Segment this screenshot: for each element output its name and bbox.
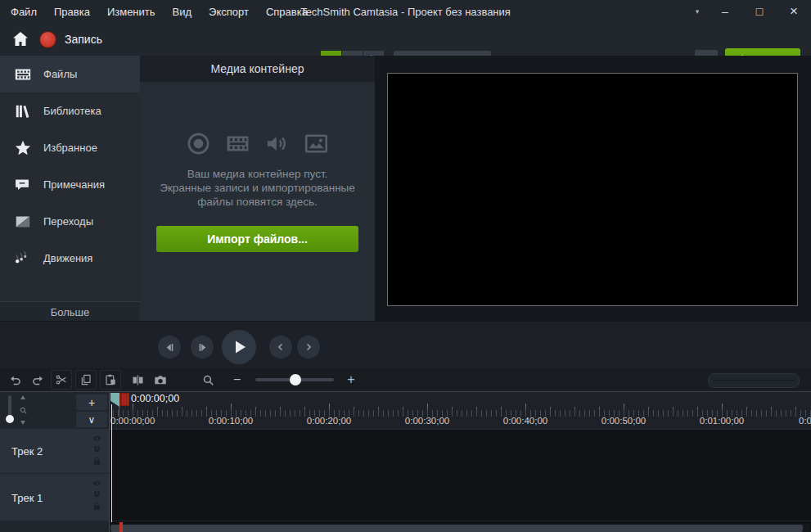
play-button[interactable] <box>222 330 256 364</box>
sidebar-item-annotations[interactable]: Примечания <box>0 166 140 203</box>
track-2-icons <box>92 433 102 467</box>
sidebar-more-button[interactable]: Больше <box>0 301 140 322</box>
track-header-2[interactable]: Трек 2 <box>0 429 109 474</box>
magnet-icon[interactable] <box>92 444 102 455</box>
motion-icon <box>14 250 32 268</box>
playhead-foot <box>119 522 123 532</box>
jump-back-button[interactable] <box>269 336 292 358</box>
sidebar-item-transitions[interactable]: Переходы <box>0 203 140 240</box>
timeline-header-column: + ∨ Трек 2 Трек 1 <box>0 392 110 532</box>
timeline-toolbar: − + <box>0 368 811 391</box>
menu-file[interactable]: Файл <box>8 4 39 20</box>
playhead-line <box>111 404 112 522</box>
home-button[interactable] <box>10 29 31 49</box>
timeline-zoom-thumb[interactable] <box>290 374 301 385</box>
menu-export[interactable]: Экспорт <box>206 4 251 20</box>
chevron-left-icon <box>275 341 286 353</box>
magnet-icon[interactable] <box>92 489 102 500</box>
sidebar-item-library[interactable]: Библиотека <box>0 92 140 129</box>
ruler-label: 0:00:20;00 <box>307 416 351 426</box>
sidebar-item-favorites[interactable]: Избранное <box>0 129 140 166</box>
add-track-button[interactable]: + <box>76 394 107 410</box>
preview-canvas[interactable] <box>387 73 798 306</box>
sidebar-item-files[interactable]: Файлы <box>0 56 140 92</box>
media-bin-title: Медиа контейнер <box>140 56 375 82</box>
home-icon <box>10 29 31 49</box>
eye-icon[interactable] <box>92 478 102 489</box>
collapse-tracks-button[interactable]: ∨ <box>76 412 107 427</box>
split-button[interactable] <box>128 371 147 389</box>
menu-help[interactable]: Справка <box>264 4 310 20</box>
sidebar-item-label: Примечания <box>43 178 105 191</box>
snapshot-button[interactable] <box>151 371 170 389</box>
sidebar-item-behaviors[interactable]: Движения <box>0 240 140 277</box>
camera-icon <box>153 372 168 387</box>
main-toolbar: Запись 26% ▾ <box>0 23 811 56</box>
track-lane-1[interactable] <box>110 474 811 521</box>
lock-icon[interactable] <box>92 501 102 512</box>
undo-button[interactable] <box>5 371 25 389</box>
media-bin-panel: Медиа контейнер Ваш медиа контейнер пуст… <box>140 56 375 321</box>
library-icon <box>14 102 32 120</box>
timeline-zoom-controls: − + <box>201 372 355 387</box>
cut-button[interactable] <box>51 370 72 390</box>
playhead-marker[interactable] <box>119 393 129 406</box>
timeline-hscroll-thumb[interactable] <box>110 525 803 532</box>
previous-frame-button[interactable] <box>158 336 181 358</box>
maximize-button[interactable]: □ <box>742 0 777 23</box>
note-icon <box>14 176 32 194</box>
ruler-label: 0:00:00;00 <box>110 416 155 426</box>
timeline-header-filler <box>0 521 109 532</box>
camtasia-window: Файл Правка Изменить Вид Экспорт Справка… <box>0 0 811 532</box>
step-forward-button[interactable] <box>191 336 214 358</box>
paste-icon <box>104 373 117 386</box>
menu-modify[interactable]: Изменить <box>105 4 158 20</box>
track-lane-2[interactable] <box>110 429 811 475</box>
minimize-button[interactable]: – <box>708 0 742 23</box>
titlebar-dropdown-icon[interactable]: ▾ <box>687 0 708 23</box>
transition-icon <box>14 213 32 231</box>
copy-button[interactable] <box>75 370 97 390</box>
playback-bar: 00:00 / 00:00 30кадр Свойства <box>0 321 811 369</box>
sidebar-item-label: Файлы <box>43 68 77 80</box>
video-filmstrip-icon <box>225 131 250 156</box>
timeline-body: 0:00:00;00 0:00:00;00 0:00:10;00 0:00:20… <box>110 392 811 532</box>
timeline-ruler[interactable]: 0:00:00;00 0:00:00;00 0:00:10;00 0:00:20… <box>110 392 811 429</box>
preview-panel <box>375 56 811 321</box>
record-button[interactable]: Запись <box>39 28 102 51</box>
timeline-zoom-slider[interactable] <box>255 378 334 381</box>
filmstrip-icon <box>14 65 32 83</box>
menu-edit[interactable]: Правка <box>52 4 92 20</box>
track-label: Трек 1 <box>11 491 43 503</box>
ruler-label: 0:00:40;00 <box>503 416 547 426</box>
paste-button[interactable] <box>100 370 121 390</box>
arrow-up-icon[interactable] <box>20 395 25 399</box>
star-icon <box>14 139 32 157</box>
sidebar-item-label: Избранное <box>43 142 97 154</box>
menu-view[interactable]: Вид <box>170 4 195 20</box>
copy-icon <box>79 373 92 386</box>
import-files-button[interactable]: Импорт файлов... <box>156 226 358 252</box>
eye-icon[interactable] <box>92 433 102 444</box>
zoom-out-button[interactable]: − <box>233 372 241 387</box>
lock-icon[interactable] <box>92 456 102 467</box>
timeline-scrollbar-horizontal[interactable] <box>708 373 800 388</box>
redo-button[interactable] <box>28 371 47 389</box>
titlebar: Файл Правка Изменить Вид Экспорт Справка… <box>0 0 811 23</box>
track-height-thumb[interactable] <box>6 415 14 423</box>
jump-forward-button[interactable] <box>297 336 320 358</box>
sidebar-item-label: Библиотека <box>43 105 101 117</box>
zoom-in-button[interactable]: + <box>347 372 354 387</box>
ruler-label: 0:00:30;00 <box>405 416 449 426</box>
playhead-time-label: 0:00:00;00 <box>131 393 179 404</box>
redo-icon <box>31 373 45 387</box>
arrow-down-icon[interactable] <box>20 421 25 425</box>
track-header-1[interactable]: Трек 1 <box>0 474 109 521</box>
image-icon <box>304 131 329 156</box>
close-button[interactable]: × <box>777 0 811 23</box>
track-label: Трек 2 <box>11 445 43 458</box>
sidebar-item-label: Переходы <box>43 215 93 228</box>
sidebar: Файлы Библиотека Избранное Примечания <box>0 56 140 321</box>
track-1-icons <box>92 478 102 512</box>
undo-icon <box>8 373 22 387</box>
